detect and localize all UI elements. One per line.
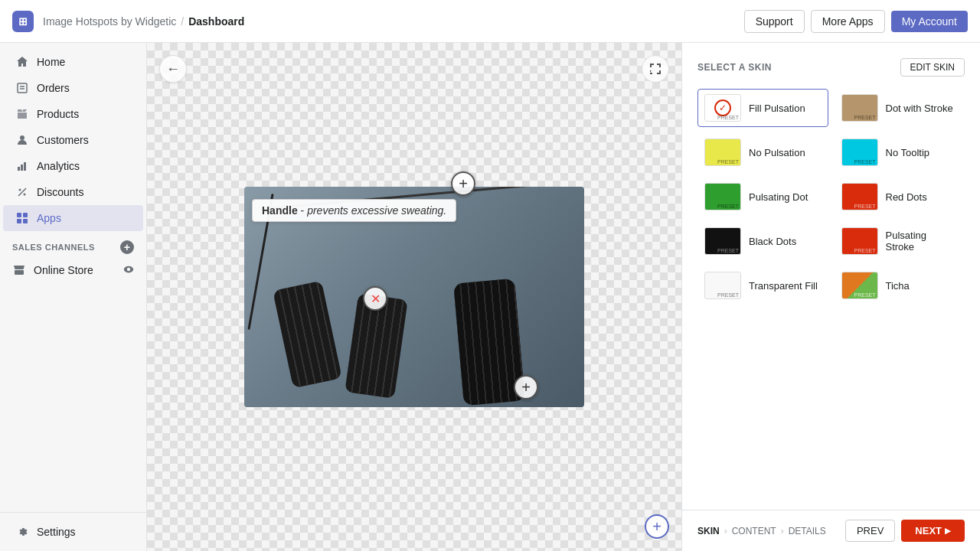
sidebar-item-discounts[interactable]: Discounts: [3, 179, 143, 205]
svg-rect-6: [24, 162, 26, 171]
analytics-icon: [15, 159, 29, 173]
page-title: Dashboard: [188, 15, 244, 28]
apps-icon: [15, 211, 29, 225]
more-apps-button[interactable]: More Apps: [811, 10, 885, 33]
skin-label-transparent-fill: Transparent Fill: [749, 280, 818, 292]
discounts-icon: [15, 185, 29, 199]
sidebar-label-apps: Apps: [37, 212, 61, 224]
skin-item-red-dots[interactable]: PRESET Red Dots: [835, 178, 965, 216]
breadcrumb-nav: SKIN › CONTENT › DETAILS: [697, 526, 826, 536]
sales-channels-section: SALES CHANNELS +: [0, 231, 146, 257]
sidebar-label-analytics: Analytics: [37, 160, 80, 172]
image-container: + Handle - prevents excessive sweating. …: [244, 187, 584, 407]
crumb-skin: SKIN: [697, 526, 720, 536]
sales-channels-label: SALES CHANNELS: [12, 243, 95, 252]
my-account-button[interactable]: My Account: [891, 11, 968, 32]
settings-icon: [15, 525, 29, 539]
skin-item-dot-with-stroke[interactable]: PRESET Dot with Stroke: [835, 89, 965, 127]
skin-label-pulsating-stroke: Pulsating Stroke: [886, 230, 959, 253]
svg-point-7: [19, 189, 21, 191]
support-button[interactable]: Support: [744, 10, 805, 33]
svg-rect-4: [18, 167, 20, 171]
svg-rect-10: [17, 213, 21, 217]
skin-thumb-transparent-fill: PRESET: [704, 272, 741, 299]
settings-label: Settings: [37, 526, 76, 538]
panel-footer: SKIN › CONTENT › DETAILS PREV NEXT: [682, 510, 980, 551]
sidebar: Home Orders Products Customers Analytics: [0, 43, 147, 551]
skin-label-red-dots: Red Dots: [886, 191, 927, 203]
sep-1: ›: [724, 526, 727, 536]
skin-label-pulsating-dot: Pulsating Dot: [749, 191, 808, 203]
skin-item-black-dots[interactable]: PRESET Black Dots: [697, 222, 828, 260]
main-layout: Home Orders Products Customers Analytics: [0, 43, 980, 551]
topbar-title: Image Hotspots by Widgetic / Dashboard: [43, 15, 244, 28]
sidebar-label-products: Products: [37, 108, 79, 120]
sidebar-item-orders[interactable]: Orders: [3, 75, 143, 101]
eye-icon: [123, 264, 134, 277]
skin-label-no-tooltip: No Tooltip: [886, 147, 930, 158]
skin-item-transparent-fill[interactable]: PRESET Transparent Fill: [697, 266, 828, 305]
edit-skin-button[interactable]: EDIT SKIN: [900, 58, 965, 77]
crumb-content: CONTENT: [732, 526, 776, 536]
skin-thumb-dot-with-stroke: PRESET: [841, 94, 878, 122]
svg-rect-0: [18, 83, 27, 93]
svg-rect-5: [21, 165, 23, 171]
sidebar-item-online-store[interactable]: Online Store: [0, 257, 146, 283]
canvas-area[interactable]: ←: [147, 43, 681, 551]
store-icon: [12, 263, 26, 277]
skin-thumb-ticha: PRESET: [841, 272, 878, 299]
hotspot-marker-3[interactable]: +: [514, 375, 538, 399]
skin-item-ticha[interactable]: PRESET Ticha: [835, 266, 965, 305]
panel-body: SELECT A SKIN EDIT SKIN ✓ PRESET Fill Pu…: [682, 43, 980, 510]
svg-point-16: [127, 267, 130, 270]
svg-point-3: [20, 135, 24, 140]
hotspot-marker-2[interactable]: ✕: [363, 286, 387, 311]
orders-icon: [15, 81, 29, 95]
skin-thumb-fill-pulsation: ✓ PRESET: [704, 94, 741, 122]
next-button[interactable]: NEXT: [901, 520, 965, 542]
select-skin-label: SELECT A SKIN: [697, 62, 772, 73]
skin-label-dot-with-stroke: Dot with Stroke: [886, 103, 953, 114]
skin-thumb-no-tooltip: PRESET: [841, 139, 878, 166]
skin-item-fill-pulsation[interactable]: ✓ PRESET Fill Pulsation: [697, 89, 828, 127]
svg-rect-12: [17, 219, 21, 223]
skin-item-no-pulsation[interactable]: PRESET No Pulsation: [697, 133, 828, 171]
svg-rect-13: [23, 219, 28, 223]
skin-thumb-black-dots: PRESET: [704, 227, 741, 255]
skin-label-ticha: Ticha: [886, 280, 910, 292]
prev-button[interactable]: PREV: [845, 520, 895, 542]
hotspot-tooltip-1: Handle - prevents excessive sweating.: [252, 199, 456, 222]
sidebar-label-discounts: Discounts: [37, 186, 83, 198]
svg-rect-11: [23, 213, 28, 217]
sidebar-item-apps[interactable]: Apps: [3, 205, 143, 231]
skin-label-no-pulsation: No Pulsation: [749, 147, 805, 158]
skin-item-pulsating-stroke[interactable]: PRESET Pulsating Stroke: [835, 222, 965, 260]
skin-thumb-pulsating-dot: PRESET: [704, 183, 741, 210]
sidebar-label-orders: Orders: [37, 82, 70, 94]
add-sales-channel-button[interactable]: +: [120, 240, 134, 254]
hotspot-marker-1[interactable]: +: [451, 171, 475, 196]
skin-label-black-dots: Black Dots: [749, 236, 796, 247]
skin-thumb-red-dots: PRESET: [841, 183, 878, 210]
topbar: ⊞ Image Hotspots by Widgetic / Dashboard…: [0, 0, 980, 43]
products-icon: [15, 107, 29, 121]
sidebar-item-customers[interactable]: Customers: [3, 127, 143, 153]
sidebar-item-products[interactable]: Products: [3, 101, 143, 127]
crumb-details: DETAILS: [789, 526, 826, 536]
right-panel: SELECT A SKIN EDIT SKIN ✓ PRESET Fill Pu…: [681, 43, 980, 551]
sidebar-item-analytics[interactable]: Analytics: [3, 153, 143, 179]
panel-header: SELECT A SKIN EDIT SKIN: [697, 58, 965, 77]
app-icon: ⊞: [12, 11, 34, 32]
add-hotspot-button[interactable]: +: [645, 514, 669, 539]
skin-label-fill-pulsation: Fill Pulsation: [749, 103, 805, 114]
customers-icon: [15, 133, 29, 147]
sidebar-item-home[interactable]: Home: [3, 49, 143, 75]
online-store-label: Online Store: [34, 264, 93, 276]
skin-item-pulsating-dot[interactable]: PRESET Pulsating Dot: [697, 178, 828, 216]
topbar-separator: /: [181, 15, 184, 28]
sidebar-item-settings[interactable]: Settings: [3, 519, 143, 545]
fullscreen-button[interactable]: [642, 55, 669, 83]
skin-item-no-tooltip[interactable]: PRESET No Tooltip: [835, 133, 965, 171]
home-icon: [15, 55, 29, 69]
back-button[interactable]: ←: [159, 55, 187, 83]
